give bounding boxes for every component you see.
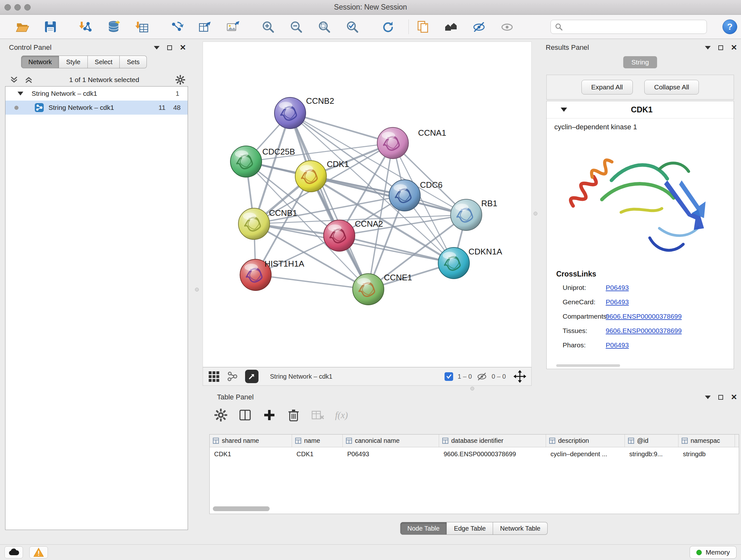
hide-selected-eye-slash-icon[interactable] (472, 20, 486, 34)
pan-move-icon[interactable] (514, 370, 526, 383)
network-node-CCNA1[interactable] (377, 127, 408, 159)
new-table-icon[interactable] (198, 20, 212, 34)
import-network-file-icon[interactable] (78, 20, 92, 34)
network-node-CCNE1[interactable] (353, 273, 384, 305)
tree-expand-icon[interactable] (17, 91, 23, 96)
network-node-CCNA2[interactable] (324, 220, 355, 251)
column-header-description[interactable]: description (546, 435, 625, 447)
zoom-fit-icon[interactable] (317, 20, 331, 34)
crosslink-link[interactable]: P06493 (606, 298, 629, 306)
open-session-icon[interactable] (15, 20, 29, 34)
expand-all-button[interactable]: Expand All (582, 80, 633, 95)
tab-node-table[interactable]: Node Table (400, 522, 447, 535)
right-splitter-handle[interactable] (534, 212, 537, 215)
table-cell[interactable]: 9606.ENSP00000378699 (439, 447, 546, 461)
table-cell[interactable]: P06493 (343, 447, 439, 461)
tab-sets[interactable]: Sets (120, 56, 147, 68)
table-cell[interactable]: cyclin–dependent ... (546, 447, 625, 461)
panel-menu-icon[interactable] (705, 46, 711, 50)
network-canvas[interactable]: CCNB2CCNA1CDC25BCDK1CDC6RB1CCNB1CCNA2CDK… (203, 42, 532, 367)
delete-column-trash-icon[interactable] (286, 408, 300, 422)
table-settings-gear-icon[interactable] (214, 408, 228, 422)
selected-nodes-checkbox[interactable] (445, 372, 453, 381)
table-cell[interactable]: stringdb:9... (625, 447, 678, 461)
network-node-CDKN1A[interactable] (438, 247, 469, 279)
close-window-button[interactable] (4, 4, 11, 10)
help-button[interactable]: ? (723, 19, 737, 34)
panel-close-icon[interactable]: ✕ (731, 393, 737, 401)
crosslink-link[interactable]: 9606.ENSP00000378699 (606, 327, 682, 334)
network-node-RB1[interactable] (451, 199, 482, 231)
column-header-namespac[interactable]: namespac (678, 435, 735, 447)
zoom-selected-icon[interactable] (345, 20, 359, 34)
panel-menu-icon[interactable] (705, 395, 711, 399)
column-header-shared-name[interactable]: shared name (210, 435, 292, 447)
expand-all-icon[interactable] (24, 75, 33, 84)
network-collection-row[interactable]: String Network – cdk1 1 (5, 86, 188, 101)
table-horizontal-scrollbar[interactable] (213, 506, 270, 511)
warnings-button[interactable] (29, 546, 48, 558)
hidden-eye-slash-icon[interactable] (476, 371, 487, 382)
zoom-out-icon[interactable] (289, 20, 303, 34)
network-graph[interactable]: CCNB2CCNA1CDC25BCDK1CDC6RB1CCNB1CCNA2CDK… (203, 42, 531, 367)
show-columns-icon[interactable] (238, 408, 252, 422)
search-input[interactable] (563, 21, 706, 33)
tab-edge-table[interactable]: Edge Table (447, 522, 493, 535)
network-view-icon[interactable] (226, 371, 238, 382)
birds-eye-icon[interactable] (444, 20, 458, 34)
table-cell[interactable]: stringdb (678, 447, 735, 461)
column-header-@id[interactable]: @id (625, 435, 678, 447)
left-splitter-handle[interactable] (195, 288, 199, 292)
column-header-database-identifier[interactable]: database identifier (439, 435, 546, 447)
panel-close-icon[interactable]: ✕ (731, 44, 737, 51)
show-all-eye-icon[interactable] (500, 20, 514, 34)
panel-float-icon[interactable] (167, 45, 172, 50)
crosslink-link[interactable]: P06493 (606, 341, 629, 349)
import-network-database-icon[interactable] (107, 20, 121, 34)
panel-float-icon[interactable] (718, 45, 723, 50)
tab-style[interactable]: Style (59, 56, 87, 68)
network-node-CDC6[interactable] (389, 180, 420, 211)
column-header-canonical-name[interactable]: canonical name (343, 435, 439, 447)
memory-button[interactable]: Memory (690, 546, 737, 559)
panel-menu-icon[interactable] (154, 46, 159, 50)
table-cell[interactable]: CDK1 (292, 447, 343, 461)
minimize-window-button[interactable] (14, 4, 21, 10)
collapse-all-button[interactable]: Collapse All (644, 80, 699, 95)
network-node-CDK1[interactable] (295, 161, 327, 192)
network-node-CDC25B[interactable] (230, 146, 262, 177)
network-node-CCNB2[interactable] (274, 98, 306, 129)
annotation-mode-button[interactable] (245, 370, 259, 383)
table-cell[interactable]: CDK1 (210, 447, 292, 461)
gene-section-header[interactable]: CDK1 (547, 101, 734, 118)
results-scrollbar[interactable] (556, 364, 620, 367)
add-column-plus-icon[interactable] (262, 408, 276, 422)
copy-icon[interactable] (416, 20, 430, 34)
refresh-icon[interactable] (381, 20, 394, 34)
zoom-in-icon[interactable] (261, 20, 275, 34)
bottom-splitter-handle[interactable] (470, 387, 474, 390)
panel-float-icon[interactable] (718, 395, 723, 400)
network-row-selected[interactable]: String Network – cdk1 11 48 (5, 101, 188, 115)
tab-string[interactable]: String (623, 56, 657, 68)
tab-network-table[interactable]: Network Table (493, 522, 548, 535)
network-edge[interactable] (256, 275, 368, 289)
new-network-icon[interactable] (170, 20, 184, 34)
gear-icon[interactable] (175, 75, 185, 85)
crosslink-link[interactable]: P06493 (606, 284, 629, 292)
tab-select[interactable]: Select (88, 56, 120, 68)
grid-view-icon[interactable] (208, 371, 219, 382)
section-collapse-icon[interactable] (561, 108, 567, 112)
cloud-status-button[interactable] (4, 546, 23, 558)
column-header-name[interactable]: name (292, 435, 343, 447)
panel-close-icon[interactable]: ✕ (180, 44, 186, 51)
save-session-icon[interactable] (44, 20, 57, 34)
collapse-all-icon[interactable] (10, 75, 18, 84)
crosslink-link[interactable]: 9606.ENSP00000378699 (606, 313, 682, 320)
import-table-icon[interactable] (135, 20, 149, 34)
table-row[interactable]: CDK1CDK1P064939606.ENSP00000378699cyclin… (210, 447, 739, 461)
export-image-icon[interactable] (226, 20, 240, 34)
network-node-CCNB1[interactable] (239, 208, 270, 240)
maximize-window-button[interactable] (24, 4, 30, 10)
network-edge[interactable] (290, 113, 393, 143)
